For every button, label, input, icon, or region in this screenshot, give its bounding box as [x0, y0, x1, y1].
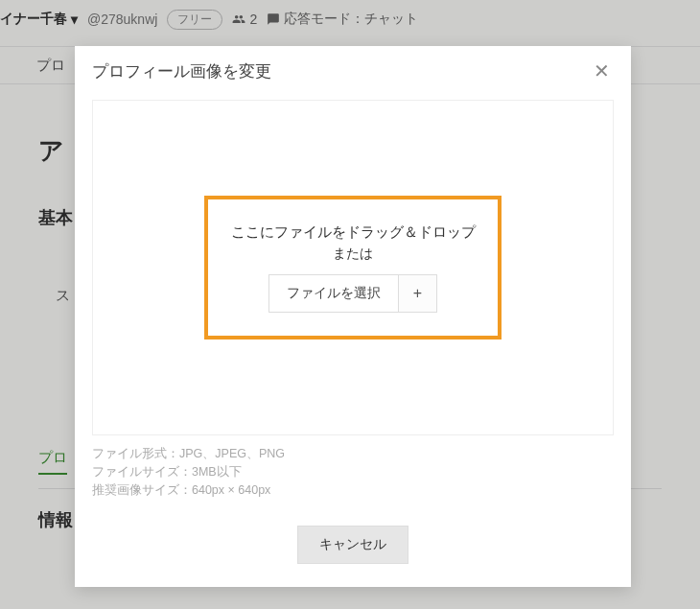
- plus-icon: +: [413, 285, 422, 302]
- change-profile-image-modal: プロフィール画像を変更 ✕ ここにファイルをドラッグ＆ドロップ または ファイル…: [75, 46, 631, 587]
- hint-filesize: ファイルサイズ：3MB以下: [92, 463, 614, 481]
- hint-dimensions: 推奨画像サイズ：640px × 640px: [92, 481, 614, 500]
- modal-footer: キャンセル: [75, 516, 631, 587]
- dropzone-text-line1: ここにファイルをドラッグ＆ドロップ: [231, 223, 476, 242]
- upload-dropzone[interactable]: ここにファイルをドラッグ＆ドロップ または ファイルを選択 +: [204, 196, 502, 340]
- upload-hints: ファイル形式：JPG、JPEG、PNG ファイルサイズ：3MB以下 推奨画像サイ…: [92, 445, 614, 499]
- modal-header: プロフィール画像を変更 ✕: [75, 46, 631, 88]
- modal-title: プロフィール画像を変更: [92, 60, 271, 82]
- cancel-button[interactable]: キャンセル: [297, 526, 408, 564]
- file-select-label[interactable]: ファイルを選択: [268, 274, 399, 313]
- dropzone-text-line2: または: [333, 246, 373, 263]
- hint-format: ファイル形式：JPG、JPEG、PNG: [92, 445, 614, 463]
- modal-body: ここにファイルをドラッグ＆ドロップ または ファイルを選択 + ファイル形式：J…: [75, 88, 631, 516]
- file-select-plus-button[interactable]: +: [399, 274, 437, 313]
- close-icon[interactable]: ✕: [590, 59, 614, 82]
- upload-dropzone-outer: ここにファイルをドラッグ＆ドロップ または ファイルを選択 +: [92, 100, 614, 435]
- file-select-row: ファイルを選択 +: [268, 274, 437, 313]
